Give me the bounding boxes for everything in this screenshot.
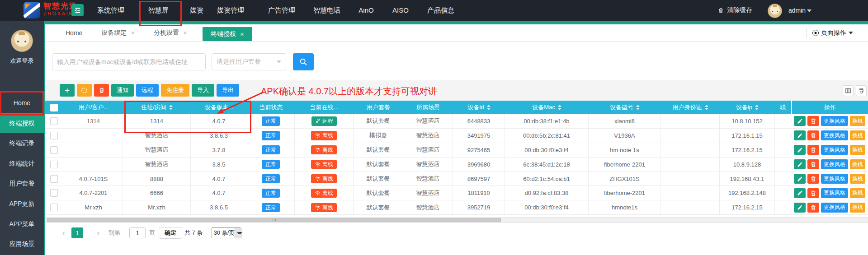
search-button[interactable]: [293, 53, 314, 70]
row-checkbox[interactable]: [50, 117, 58, 125]
tab-close-icon[interactable]: ×: [183, 29, 187, 37]
change-style-button[interactable]: 更换风格: [821, 174, 848, 184]
topbar-menu-item-9[interactable]: 产品信息: [427, 0, 454, 21]
delete-row-button[interactable]: [807, 130, 819, 140]
sort-icon[interactable]: [636, 105, 640, 110]
sidebar-item-5[interactable]: 用户套餐: [0, 173, 44, 193]
print-icon[interactable]: [856, 85, 867, 96]
edit-button[interactable]: [794, 203, 806, 213]
delete-row-button[interactable]: [807, 159, 819, 169]
change-device-button[interactable]: 换机: [850, 145, 865, 155]
change-device-button[interactable]: 换机: [850, 188, 865, 198]
topbar-menu-item-7[interactable]: AinO: [359, 0, 373, 21]
row-checkbox[interactable]: [50, 204, 58, 211]
column-header-user: 用户/客户...: [64, 101, 123, 114]
edit-button[interactable]: [794, 159, 806, 169]
package-select[interactable]: 请选择用户套餐: [212, 53, 286, 70]
tab-1[interactable]: Home: [62, 24, 86, 41]
edit-button[interactable]: [794, 188, 806, 198]
toolbar-refresh-button[interactable]: [77, 84, 92, 97]
sidebar-item-2[interactable]: 终端授权: [0, 113, 44, 133]
change-style-button[interactable]: 更换风格: [821, 130, 848, 140]
delete-row-button[interactable]: [807, 116, 819, 126]
page-size-select[interactable]: 30 条/页: [212, 227, 241, 238]
prev-page-button[interactable]: ‹: [62, 227, 65, 238]
change-style-button[interactable]: 更换风格: [821, 188, 848, 198]
topbar-menu-item-3[interactable]: 媒资: [190, 0, 203, 21]
clear-cache-button[interactable]: 清除缓存: [718, 0, 752, 21]
page-actions-dropdown[interactable]: 页面操作: [812, 24, 853, 41]
sort-icon[interactable]: [487, 105, 491, 110]
change-device-button[interactable]: 换机: [850, 159, 865, 169]
toolbar-remote-button[interactable]: 远程: [136, 84, 159, 97]
change-style-button[interactable]: 更换风格: [821, 203, 848, 213]
delete-row-button[interactable]: [807, 203, 819, 213]
sidebar-item-4[interactable]: 终端统计: [0, 153, 44, 173]
toolbar-no-register-button[interactable]: 免注册: [161, 84, 189, 97]
row-actions-1: 更换风格换机: [791, 114, 868, 129]
horizontal-scrollbar[interactable]: [44, 217, 868, 223]
change-style-button[interactable]: 更换风格: [821, 145, 848, 155]
header-checkbox[interactable]: [50, 104, 58, 111]
remote-badge[interactable]: 远程: [311, 116, 337, 125]
sort-icon[interactable]: [169, 105, 173, 110]
edit-button[interactable]: [794, 130, 806, 140]
row-checkbox[interactable]: [50, 161, 58, 168]
change-style-button[interactable]: 更换风格: [821, 116, 848, 126]
delete-row-button[interactable]: [807, 174, 819, 184]
change-device-button[interactable]: 换机: [850, 116, 865, 126]
delete-row-button[interactable]: [807, 188, 819, 198]
sort-icon[interactable]: [755, 105, 759, 110]
topbar-menu-item-6[interactable]: 智慧电话: [313, 0, 340, 21]
change-device-button[interactable]: 换机: [850, 203, 865, 213]
tab-2[interactable]: 设备绑定×: [98, 24, 138, 41]
row-checkbox[interactable]: [50, 132, 58, 139]
toolbar-export-button[interactable]: 导出: [217, 84, 239, 97]
sidebar-item-8[interactable]: 应用场景: [0, 234, 44, 254]
sidebar-item-7[interactable]: APP菜单: [0, 214, 44, 234]
scrollbar-thumb[interactable]: [47, 218, 501, 222]
next-page-button[interactable]: ›: [97, 227, 99, 238]
sort-icon[interactable]: [705, 105, 708, 110]
sidebar-item-1[interactable]: Home: [0, 93, 44, 113]
edit-button[interactable]: [794, 116, 806, 126]
edit-button[interactable]: [794, 145, 806, 155]
confirm-page-button[interactable]: 确定: [159, 227, 182, 239]
row-checkbox[interactable]: [50, 175, 58, 183]
toolbar-add-button[interactable]: +: [60, 84, 75, 97]
tab-3[interactable]: 分机设置×: [150, 24, 191, 41]
change-style-button[interactable]: 更换风格: [821, 159, 848, 169]
toolbar-delete-button[interactable]: [94, 84, 109, 97]
tab-close-icon[interactable]: ×: [131, 29, 135, 37]
edit-button[interactable]: [794, 174, 806, 184]
column-label: 设备Mac: [532, 103, 555, 111]
select-dropdown-button[interactable]: [235, 228, 242, 238]
change-device-button[interactable]: 换机: [850, 174, 865, 184]
topbar-menu-item-5[interactable]: 广告管理: [268, 0, 295, 21]
user-menu[interactable]: admin: [788, 0, 806, 21]
topbar-menu-item-4[interactable]: 媒资管理: [217, 0, 244, 21]
page-number-input[interactable]: [129, 227, 146, 238]
change-device-button[interactable]: 换机: [850, 130, 865, 140]
current-page-button[interactable]: 1: [71, 227, 83, 238]
topbar-menu-item-1[interactable]: 系统管理: [97, 0, 124, 21]
delete-row-button[interactable]: [807, 145, 819, 155]
toolbar-import-button[interactable]: 导入: [192, 84, 214, 97]
table-columns-icon[interactable]: [843, 85, 854, 96]
sidebar-collapse-button[interactable]: [71, 4, 84, 16]
toolbar-notify-button[interactable]: 通知: [111, 84, 134, 97]
tab-4[interactable]: 终端授权×: [203, 27, 252, 41]
app-window: 智慧光迅 ZHGXAINO 系统管理智慧屏媒资媒资管理广告管理智慧电话AinOA…: [0, 0, 868, 255]
sidebar-item-3[interactable]: 终端记录: [0, 133, 44, 153]
row-checkbox[interactable]: [50, 146, 58, 154]
topbar-menu-item-8[interactable]: AISO: [392, 0, 409, 21]
cell-model: hm note 1s: [589, 143, 661, 158]
user-avatar[interactable]: [768, 4, 782, 18]
sort-icon[interactable]: [558, 105, 561, 110]
sidebar-item-6[interactable]: APP更新: [0, 194, 44, 213]
row-checkbox[interactable]: [50, 189, 58, 197]
search-input[interactable]: [52, 53, 206, 70]
tab-close-icon[interactable]: ×: [240, 30, 244, 38]
package-select-placeholder: 请选择用户套餐: [217, 58, 261, 66]
topbar-menu-item-2[interactable]: 智慧屏: [148, 0, 169, 21]
